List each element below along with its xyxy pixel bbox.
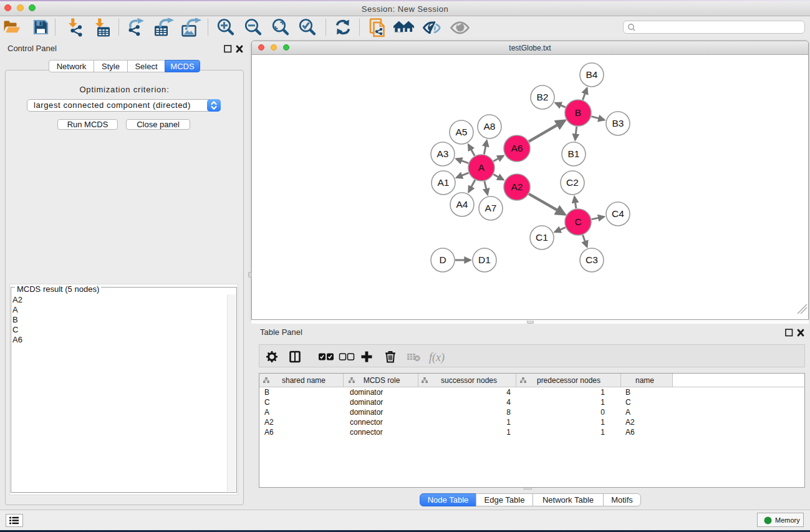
svg-text:f(x): f(x) <box>429 351 445 364</box>
svg-text:1: 1 <box>600 418 605 427</box>
svg-text:A: A <box>625 408 630 417</box>
svg-text:B: B <box>264 388 269 397</box>
svg-text:MCDS role: MCDS role <box>364 376 400 385</box>
svg-text:A5: A5 <box>456 127 468 137</box>
svg-text:A2: A2 <box>625 418 635 427</box>
svg-text:C: C <box>625 398 631 407</box>
svg-text:C3: C3 <box>586 254 598 265</box>
svg-text:predecessor nodes: predecessor nodes <box>537 376 600 385</box>
svg-text:4: 4 <box>506 388 511 397</box>
svg-text:dominator: dominator <box>350 388 383 397</box>
svg-text:A8: A8 <box>484 121 496 132</box>
svg-text:A: A <box>478 162 485 173</box>
svg-text:4: 4 <box>506 398 511 407</box>
svg-text:A7: A7 <box>485 203 497 213</box>
svg-text:0: 0 <box>600 408 605 417</box>
svg-text:D1: D1 <box>478 254 491 265</box>
svg-text:B2: B2 <box>537 92 549 102</box>
svg-text:1: 1 <box>600 398 605 407</box>
svg-text:A4: A4 <box>456 199 468 210</box>
svg-text:C4: C4 <box>612 208 624 219</box>
svg-text:A6: A6 <box>264 428 274 437</box>
svg-text:1: 1 <box>506 418 511 427</box>
svg-text:D: D <box>439 254 446 265</box>
svg-text:B1: B1 <box>568 148 580 159</box>
svg-text:B: B <box>625 388 630 397</box>
svg-text:successor nodes: successor nodes <box>441 376 497 385</box>
svg-text:A2: A2 <box>511 181 523 192</box>
svg-text:B3: B3 <box>612 118 624 128</box>
svg-text:1: 1 <box>600 388 605 397</box>
svg-text:connector: connector <box>350 428 383 437</box>
svg-text:connector: connector <box>350 418 383 427</box>
svg-text:B: B <box>575 107 581 118</box>
svg-text:A3: A3 <box>437 148 449 159</box>
svg-text:C2: C2 <box>566 177 579 188</box>
svg-text:1: 1 <box>506 428 511 437</box>
svg-text:B4: B4 <box>586 69 598 80</box>
svg-text:shared name: shared name <box>282 376 325 385</box>
svg-text:A2: A2 <box>264 418 274 427</box>
svg-text:C1: C1 <box>536 232 548 243</box>
svg-text:1: 1 <box>600 428 605 437</box>
svg-text:name: name <box>635 376 654 385</box>
svg-text:A6: A6 <box>511 143 523 153</box>
svg-text:dominator: dominator <box>350 408 383 417</box>
svg-text:8: 8 <box>506 408 511 417</box>
svg-text:C: C <box>574 216 581 227</box>
svg-text:A: A <box>264 408 269 417</box>
svg-text:dominator: dominator <box>350 398 383 407</box>
svg-text:A1: A1 <box>438 177 450 188</box>
svg-text:A6: A6 <box>625 428 635 437</box>
svg-text:C: C <box>264 398 270 407</box>
